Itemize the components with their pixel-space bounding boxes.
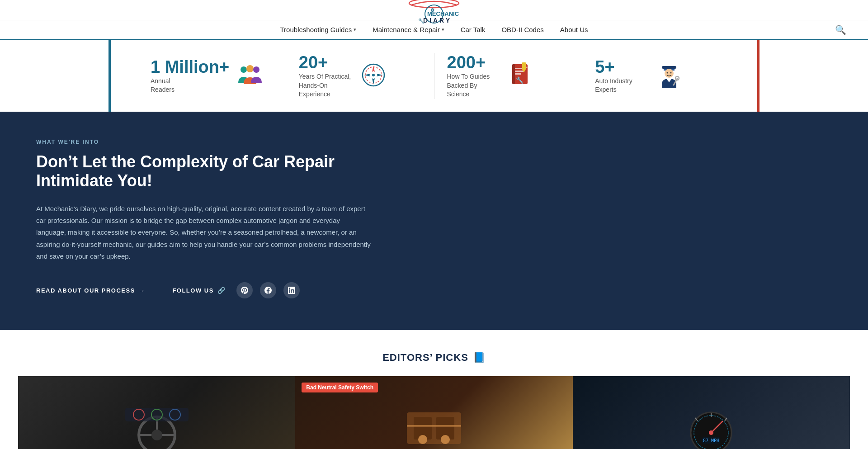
svg-point-6 (241, 66, 247, 73)
svg-text:87 MPH: 87 MPH (703, 438, 719, 443)
nav-item-obd[interactable]: OBD-II Codes (501, 26, 543, 33)
follow-us-area: FOLLOW US 🔗 (172, 282, 300, 298)
arrow-right-icon: → (139, 287, 146, 294)
card-2-badge: Bad Neutral Safety Switch (302, 383, 378, 392)
svg-point-26 (665, 69, 674, 78)
stats-bar: 1 Million+ Annual Readers 20+ (108, 40, 760, 112)
pinterest-link[interactable] (236, 282, 253, 298)
share-icon: 🔗 (217, 287, 226, 294)
svg-point-8 (253, 66, 259, 73)
svg-point-15 (372, 74, 375, 76)
card-3-image: 87 MPH (573, 376, 850, 449)
svg-point-32 (151, 430, 162, 440)
svg-rect-20 (515, 73, 521, 75)
svg-marker-14 (377, 74, 383, 76)
svg-point-45 (441, 435, 450, 444)
stat-number-experts: 5+ (595, 57, 649, 77)
svg-rect-36 (125, 408, 189, 421)
dark-actions: READ ABOUT OUR PROCESS → FOLLOW US 🔗 (36, 282, 832, 298)
stat-label-readers: Annual Readers (151, 77, 205, 95)
dark-section: WHAT WE'RE INTO Don’t Let the Complexity… (0, 112, 868, 330)
svg-marker-12 (372, 78, 375, 85)
header: MECHANIC ⚙ DIARY 🔧 (0, 0, 868, 20)
search-icon: 🔍 (835, 25, 846, 35)
linkedin-link[interactable] (283, 282, 300, 298)
dark-body: At Mechanic’s Diary, we pride ourselves … (36, 203, 371, 262)
stat-label-experts: Auto Industry Experts (595, 77, 649, 95)
editors-title: EDITORS’ PICKS 📘 (382, 352, 486, 364)
stat-guides: 200+ How To Guides Backed By Science 🔧 (434, 53, 582, 99)
svg-rect-21 (522, 62, 526, 70)
svg-text:🔧: 🔧 (516, 76, 524, 84)
svg-rect-17 (512, 64, 515, 84)
svg-point-44 (418, 435, 427, 444)
stat-number-guides: 200+ (447, 53, 501, 72)
stat-number-readers: 1 Million+ (151, 57, 229, 77)
nav-item-about[interactable]: About Us (560, 26, 588, 33)
svg-marker-11 (372, 66, 375, 72)
editors-section: EDITORS’ PICKS 📘 (0, 330, 868, 449)
nav-item-troubleshooting[interactable]: Troubleshooting Guides ▾ (280, 26, 357, 33)
editors-cards-row: Bad Neutral Safety Switch (18, 376, 850, 449)
svg-marker-13 (364, 74, 370, 76)
follow-us-label: FOLLOW US 🔗 (172, 287, 226, 294)
logo-svg: MECHANIC ⚙ DIARY 🔧 (398, 0, 470, 26)
what-label: WHAT WE'RE INTO (36, 139, 832, 145)
svg-point-7 (246, 65, 254, 72)
editors-card-2[interactable]: Bad Neutral Safety Switch (295, 376, 572, 449)
svg-text:🔧: 🔧 (418, 18, 425, 24)
svg-point-52 (709, 430, 713, 435)
svg-point-27 (667, 72, 668, 73)
svg-rect-24 (662, 66, 676, 69)
stat-experts: 5+ Auto Industry Experts (582, 57, 730, 95)
editors-card-1[interactable] (18, 376, 295, 449)
svg-point-28 (670, 72, 672, 73)
readers-icon (237, 64, 263, 88)
book-icon: 🔧 (509, 62, 531, 90)
svg-text:DIARY: DIARY (423, 17, 452, 24)
stat-readers: 1 Million+ Annual Readers (138, 57, 286, 95)
stat-label-years: Years Of Practical, Hands-On Experience (299, 72, 353, 99)
chevron-down-icon: ▾ (354, 27, 356, 33)
book-emoji-icon: 📘 (473, 352, 486, 364)
svg-rect-19 (515, 71, 524, 72)
facebook-link[interactable] (260, 282, 276, 298)
logo[interactable]: MECHANIC ⚙ DIARY 🔧 (398, 0, 470, 28)
stat-label-guides: How To Guides Backed By Science (447, 72, 501, 99)
search-button[interactable]: 🔍 (835, 24, 846, 35)
gauge-icon (361, 63, 386, 89)
svg-text:⚙: ⚙ (430, 8, 434, 13)
expert-icon (657, 62, 681, 90)
read-process-link[interactable]: READ ABOUT OUR PROCESS → (36, 287, 145, 294)
card-1-image (18, 376, 295, 449)
stat-number-years: 20+ (299, 53, 353, 72)
dark-title: Don’t Let the Complexity of Car Repair I… (36, 152, 353, 190)
stat-years: 20+ Years Of Practical, Hands-On Experie… (286, 53, 434, 99)
social-icons (236, 282, 300, 298)
editors-card-3[interactable]: 87 MPH (573, 376, 850, 449)
